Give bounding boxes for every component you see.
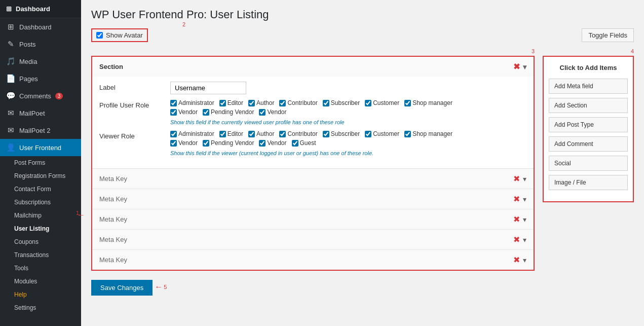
- section-collapse-icon[interactable]: ▾: [523, 63, 526, 71]
- role-customer[interactable]: Customer: [365, 99, 399, 106]
- meta-key-label-3: Meta Key: [99, 215, 127, 223]
- meta-key-label-1: Meta Key: [99, 175, 127, 183]
- image-file-button[interactable]: Image / File: [549, 175, 628, 190]
- sidebar-item-label: User Frontend: [19, 144, 61, 152]
- sidebar-item-label: Media: [19, 58, 37, 65]
- show-avatar-checkbox[interactable]: [96, 32, 103, 39]
- meta-delete-icon-4[interactable]: ✖: [513, 235, 520, 244]
- meta-collapse-icon-3[interactable]: ▾: [523, 215, 526, 224]
- role-author[interactable]: Author: [248, 99, 274, 106]
- arrow-5-icon: ←: [155, 282, 163, 292]
- comments-badge: 3: [55, 93, 63, 99]
- meta-actions-5: ✖ ▾: [513, 255, 526, 265]
- viewer-role-guest[interactable]: Guest: [292, 139, 316, 147]
- meta-key-label-2: Meta Key: [99, 195, 127, 203]
- role-editor[interactable]: Editor: [219, 99, 243, 106]
- viewer-role-shop-manager[interactable]: Shop manager: [404, 130, 452, 137]
- viewer-role-vendor[interactable]: Vendor: [170, 139, 198, 147]
- submenu-settings[interactable]: Settings: [0, 301, 81, 314]
- sidebar-item-dashboard[interactable]: ⊞ Dashboard: [0, 18, 81, 35]
- viewer-role-row: Viewer Role Administrator Editor Author …: [99, 130, 526, 156]
- viewer-role-author[interactable]: Author: [248, 130, 274, 137]
- submenu-contact-form[interactable]: Contact Form: [0, 183, 81, 196]
- annotation-3-container: 3: [91, 47, 535, 55]
- meta-delete-icon-1[interactable]: ✖: [513, 174, 520, 184]
- submenu-modules[interactable]: Modules: [0, 275, 81, 288]
- main-area: Section ✖ ▾ Label: [91, 56, 535, 271]
- annotation-5: 5: [164, 284, 167, 290]
- save-changes-button[interactable]: Save Changes: [91, 280, 153, 296]
- sidebar-item-mailpoet[interactable]: ✉ MailPoet: [0, 104, 81, 122]
- sidebar-item-label: Dashboard: [19, 23, 52, 31]
- posts-icon: ✎: [6, 40, 15, 49]
- sidebar-item-comments[interactable]: 💬 Comments 3: [0, 87, 81, 104]
- role-administrator[interactable]: Administrator: [170, 99, 214, 106]
- meta-actions-4: ✖ ▾: [513, 235, 526, 244]
- profile-roles-row-1: Administrator Editor Author Contributor …: [170, 99, 452, 106]
- submenu-tools[interactable]: Tools: [0, 262, 81, 275]
- profile-roles-note: Show this field if the currently viewed …: [170, 119, 452, 125]
- viewer-role-pending-vendor[interactable]: Pending Vendor: [203, 139, 254, 147]
- meta-row-4: Meta Key ✖ ▾: [92, 230, 534, 250]
- sidebar-item-posts[interactable]: ✎ Posts: [0, 35, 81, 53]
- submenu-post-forms[interactable]: Post Forms: [0, 156, 81, 169]
- sidebar-item-media[interactable]: 🎵 Media: [0, 53, 81, 70]
- submenu-help[interactable]: Help: [0, 288, 81, 301]
- profile-roles-row-2: Vendor Pending Vendor Vendor: [170, 108, 452, 116]
- main-content: WP User Frontend Pro: User Listing 2 Sho…: [81, 0, 644, 326]
- mailpoet2-icon: ✉: [6, 126, 15, 135]
- sidebar-item-label: MailPoet 2: [19, 127, 50, 134]
- role-pending-vendor[interactable]: Pending Vendor: [203, 108, 254, 116]
- label-field-row: Label: [99, 82, 526, 94]
- profile-role-label: Profile User Role: [99, 99, 170, 109]
- sidebar-item-mailpoet2[interactable]: ✉ MailPoet 2: [0, 122, 81, 139]
- add-post-type-button[interactable]: Add Post Type: [549, 117, 628, 132]
- viewer-role-vendor2[interactable]: Vendor: [259, 139, 286, 147]
- viewer-role-administrator[interactable]: Administrator: [170, 130, 214, 137]
- section-header: Section ✖ ▾: [92, 57, 534, 77]
- viewer-role-editor[interactable]: Editor: [219, 130, 243, 137]
- submenu-coupons[interactable]: Coupons: [0, 235, 81, 248]
- role-vendor2[interactable]: Vendor: [259, 108, 286, 116]
- meta-delete-icon-3[interactable]: ✖: [513, 214, 520, 224]
- click-add-panel: Click to Add Items Add Meta field Add Se…: [543, 56, 634, 202]
- submenu-transactions[interactable]: Transactions: [0, 248, 81, 262]
- sidebar-item-pages[interactable]: 📄 Pages: [0, 70, 81, 87]
- viewer-role-subscriber[interactable]: Subscriber: [323, 130, 360, 137]
- annotation-4: 4: [631, 48, 634, 54]
- role-subscriber[interactable]: Subscriber: [323, 99, 360, 106]
- mailpoet-icon: ✉: [6, 108, 15, 118]
- role-shop-manager[interactable]: Shop manager: [404, 99, 452, 106]
- meta-collapse-icon-1[interactable]: ▾: [523, 175, 526, 183]
- meta-collapse-icon-2[interactable]: ▾: [523, 195, 526, 203]
- meta-collapse-icon-5[interactable]: ▾: [523, 256, 526, 264]
- sidebar-item-user-frontend[interactable]: 👤 User Frontend: [0, 139, 81, 156]
- meta-collapse-icon-4[interactable]: ▾: [523, 236, 526, 244]
- section-delete-icon[interactable]: ✖: [513, 62, 520, 71]
- submenu-subscriptions[interactable]: Subscriptions: [0, 196, 81, 209]
- submenu-registration-forms[interactable]: Registration Forms: [0, 169, 81, 183]
- add-section-button[interactable]: Add Section: [549, 98, 628, 113]
- add-comment-button[interactable]: Add Comment: [549, 136, 628, 152]
- content-main: 3 Section ✖ ▾ Label: [91, 47, 535, 296]
- toggle-fields-button[interactable]: Toggle Fields: [582, 28, 634, 42]
- annotation-3: 3: [532, 48, 535, 54]
- role-contributor[interactable]: Contributor: [279, 99, 317, 106]
- show-avatar-label[interactable]: Show Avatar: [91, 28, 148, 42]
- user-frontend-icon: 👤: [6, 143, 15, 152]
- label-field-value: [170, 82, 246, 94]
- viewer-role-customer[interactable]: Customer: [365, 130, 399, 137]
- submenu-user-listing[interactable]: User Listing: [0, 222, 81, 235]
- label-input[interactable]: [170, 82, 246, 94]
- section-actions: ✖ ▾: [513, 62, 526, 71]
- meta-delete-icon-5[interactable]: ✖: [513, 255, 520, 265]
- viewer-role-contributor[interactable]: Contributor: [279, 130, 317, 137]
- social-button[interactable]: Social: [549, 156, 628, 171]
- meta-delete-icon-2[interactable]: ✖: [513, 194, 520, 204]
- add-meta-field-button[interactable]: Add Meta field: [549, 79, 628, 94]
- section-block: Section ✖ ▾ Label: [92, 57, 534, 169]
- role-vendor[interactable]: Vendor: [170, 108, 198, 116]
- submenu-mailchimp[interactable]: Mailchimp: [0, 209, 81, 222]
- sidebar: ⊞ Dashboard ⊞ Dashboard ✎ Posts 🎵 Media …: [0, 0, 81, 326]
- meta-actions-1: ✖ ▾: [513, 174, 526, 184]
